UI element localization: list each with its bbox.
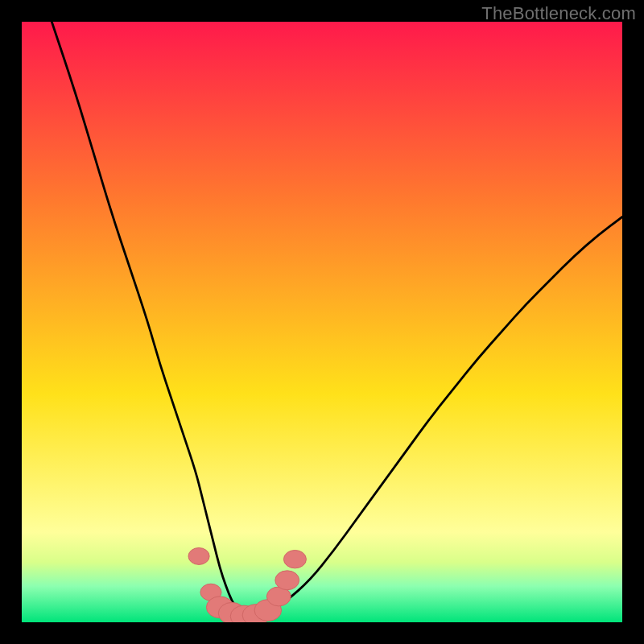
curve-marker (275, 571, 299, 590)
curve-marker (283, 550, 306, 568)
watermark-text: TheBottleneck.com (481, 3, 636, 24)
chart-frame: TheBottleneck.com (0, 0, 644, 644)
svg-rect-0 (22, 22, 622, 622)
plot-area (22, 22, 622, 622)
curve-marker (188, 547, 209, 564)
chart-svg (22, 22, 622, 622)
